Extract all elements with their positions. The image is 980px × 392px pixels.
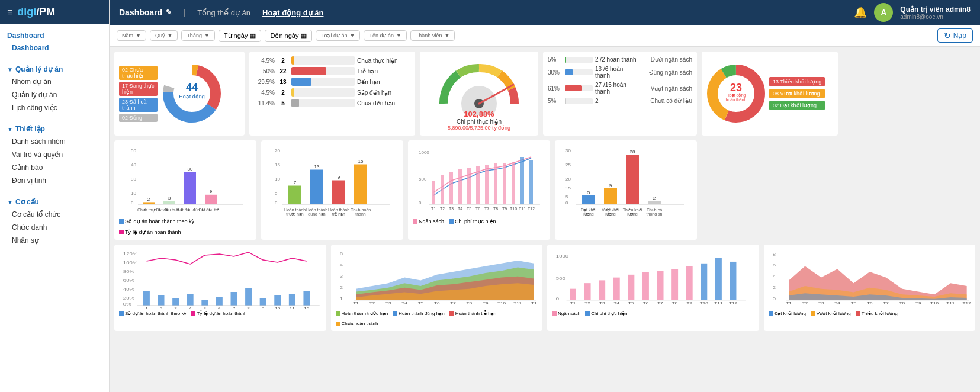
sidebar-item-nhom-da[interactable]: Nhóm dự án (0, 75, 109, 88)
svg-text:6: 6 (218, 307, 221, 309)
svg-text:6: 6 (339, 252, 343, 256)
chevron-icon: ▼ (349, 33, 355, 38)
svg-text:4: 4 (189, 307, 192, 309)
svg-text:2: 2 (772, 285, 776, 290)
svg-text:T1: T1 (786, 301, 792, 305)
legend-budget: Ngân sách Chi phí thực hiện (413, 219, 545, 224)
menu-icon[interactable]: ≡ (7, 7, 12, 18)
area3-svg: 8 6 4 2 0 T1 T2 T3 T4 T5 (769, 249, 971, 309)
filter-tungay[interactable]: Từ ngày ▦ (219, 30, 262, 42)
hbar-row-4: 4.5% 2 Sắp đến hạn (254, 88, 410, 97)
svg-text:13: 13 (314, 164, 320, 169)
svg-text:3: 3 (339, 274, 343, 278)
topnav-link-tongthe[interactable]: Tổng thể dự án (197, 8, 250, 17)
sidebar-item-quanly-da[interactable]: Quản lý dự án (0, 88, 109, 101)
svg-text:lượng: lượng (627, 212, 637, 216)
svg-text:T12: T12 (729, 301, 737, 305)
legend-dang-thuc-hien: 17 Đang thựchiện (119, 82, 158, 96)
svg-text:20: 20 (565, 176, 571, 182)
logo-area: ≡ digiiPM (0, 0, 109, 24)
svg-text:T7: T7 (450, 301, 456, 305)
svg-text:20: 20 (275, 148, 280, 153)
sidebar-item-lich-cv[interactable]: Lịch công việc (0, 101, 109, 114)
volume-legend: 13 Thiếu khối lượng 08 Vượt khối lượng 0… (769, 77, 825, 110)
filter-thanhvien[interactable]: Thành viên ▼ (410, 30, 455, 41)
charts-row-3: 120% 100% 80% 60% 40% 20% 0% (114, 245, 975, 331)
svg-text:5: 5 (275, 191, 278, 196)
legend-item: Tỷ lệ dự án hoàn thành (191, 311, 246, 316)
filter-nam[interactable]: Năm ▼ (117, 30, 146, 41)
legend-item: Số dự án hoàn thành theo kỳ (119, 219, 194, 224)
svg-text:thông tin: thông tin (647, 212, 663, 216)
svg-rect-119 (201, 300, 208, 306)
svg-text:T10: T10 (510, 207, 517, 211)
line1-svg: 120% 100% 80% 60% 40% 20% 0% (119, 249, 322, 309)
svg-text:6: 6 (772, 263, 776, 267)
svg-text:T6: T6 (643, 301, 649, 305)
filter-denngay[interactable]: Đến ngày ▦ (265, 30, 312, 42)
svg-text:T1: T1 (353, 301, 359, 305)
svg-rect-66 (485, 165, 489, 204)
area2-svg: 1000 500 0 T1 (552, 249, 754, 309)
legend-thieu: 13 Thiếu khối lượng (769, 77, 825, 86)
chevron-icon: ▼ (444, 33, 449, 38)
svg-rect-62 (449, 172, 453, 204)
sidebar-quanly-section: ▼ Quản lý dự án Nhóm dự án Quản lý dự án… (0, 58, 109, 118)
svg-rect-65 (476, 166, 480, 204)
sidebar-section-cocau: ▼ Cơ cấu (0, 194, 109, 208)
sidebar-item-donvi[interactable]: Đơn vị tính (0, 174, 109, 187)
svg-text:10: 10 (131, 191, 136, 196)
sidebar-item-nhansu[interactable]: Nhân sự (0, 234, 109, 247)
svg-text:T3: T3 (385, 301, 391, 305)
svg-text:T4: T4 (401, 301, 407, 305)
sidebar-item-canhbao[interactable]: Cảnh báo (0, 161, 109, 174)
filter-quy[interactable]: Quý ▼ (150, 30, 178, 41)
svg-text:T7: T7 (883, 301, 889, 305)
area1-svg: 6 4 3 2 1 T1 T2 T3 T4 T5 T6 (336, 249, 538, 309)
svg-text:2: 2 (339, 285, 343, 290)
svg-text:5: 5 (204, 307, 207, 309)
filter-thang[interactable]: Tháng ▼ (181, 30, 214, 41)
svg-text:T5: T5 (628, 301, 634, 305)
gauge-pct: 102,88% (464, 110, 494, 118)
svg-rect-125 (289, 294, 295, 306)
sidebar-item-cocau-tc[interactable]: Cơ cấu tổ chức (0, 208, 109, 221)
hbar-row-1: 4.5% 2 Chưa thực hiện (254, 56, 410, 65)
card-budget-bars: 1000 500 0 (408, 140, 550, 240)
sidebar-item-danhsach-nhom[interactable]: Danh sách nhóm (0, 135, 109, 148)
dashboard-content: 02 Chưathực hiện 17 Đang thựchiện 23 Đã … (110, 47, 980, 392)
calendar-icon: ▦ (250, 32, 256, 40)
svg-text:T1: T1 (531, 301, 536, 305)
svg-text:9: 9 (338, 175, 340, 180)
calendar-icon: ▦ (301, 32, 307, 40)
nap-button[interactable]: ↻ Nạp (937, 28, 973, 43)
svg-text:T6: T6 (866, 301, 872, 305)
user-email: admin8@ooc.vn (900, 14, 971, 20)
svg-text:T10: T10 (700, 301, 708, 305)
legend-line1: Số dự án hoàn thành theo kỳ Tỷ lệ dự án … (119, 311, 322, 316)
chevron-icon: ▼ (396, 33, 401, 38)
sidebar-item-vaitro[interactable]: Vai trò và quyền (0, 148, 109, 161)
svg-text:lượng: lượng (583, 212, 593, 216)
svg-rect-170 (642, 272, 649, 300)
svg-text:0: 0 (419, 200, 422, 205)
svg-rect-175 (715, 258, 722, 300)
svg-text:T4: T4 (834, 301, 840, 305)
budget-row-1: 5% 2 /2 hoàn thành Dưới ngân sách (548, 56, 692, 63)
card-gauge: 102,88% Chi phí thực hiện 5,890.00/5,725… (420, 52, 538, 136)
svg-text:Hoạt động: Hoạt động (179, 94, 205, 99)
sidebar-item-chucdanh[interactable]: Chức danh (0, 221, 109, 234)
svg-text:lượng: lượng (605, 212, 615, 216)
svg-text:5: 5 (587, 190, 590, 195)
legend-item: Số dự án hoàn thành theo kỳ (119, 311, 186, 316)
sidebar-item-dashboard[interactable]: Dashboard (0, 41, 109, 54)
svg-text:T9: T9 (502, 207, 507, 211)
card-area-1: 6 4 3 2 1 T1 T2 T3 T4 T5 T6 (331, 245, 543, 331)
filter-tenda[interactable]: Tên dự án ▼ (364, 30, 406, 41)
bell-icon[interactable]: 🔔 (854, 6, 867, 19)
topnav-link-hoatdong[interactable]: Hoạt động dự án (262, 8, 323, 17)
filter-loaida[interactable]: Loại dự án ▼ (316, 30, 360, 41)
edit-icon[interactable]: ✎ (166, 8, 172, 17)
donut-legend-left: 02 Chưathực hiện 17 Đang thựchiện 23 Đã … (119, 66, 158, 122)
svg-rect-169 (628, 275, 634, 300)
